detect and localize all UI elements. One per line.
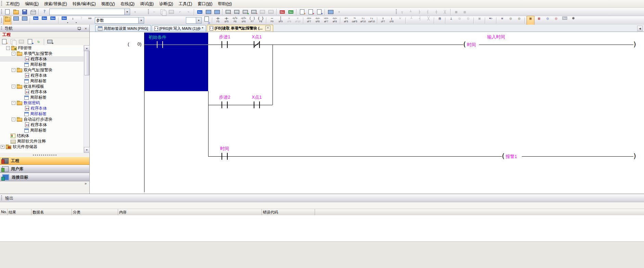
device-comment-3-button[interactable]: Dev: [49, 16, 57, 25]
print-button[interactable]: [29, 8, 37, 16]
paste-button[interactable]: [167, 8, 175, 16]
tree-item-结构体[interactable]: 结构体: [0, 133, 84, 138]
inline-st-box-button[interactable]: ▤: [436, 16, 444, 25]
tree-item-数据密码[interactable]: -数据密码: [0, 100, 84, 106]
menu-grip[interactable]: [1, 1, 2, 7]
menu-item-E[interactable]: 编辑(E): [22, 0, 41, 8]
zoom-selector-combo[interactable]: ▼: [186, 17, 202, 24]
comment-edit-mode-button[interactable]: ▧: [535, 16, 543, 25]
menu-item-T[interactable]: 工具(T): [176, 0, 195, 8]
statement-list-button[interactable]: ≡: [498, 16, 506, 25]
ladder-selection-block[interactable]: 初始条件: [144, 33, 208, 91]
system-monitor-button[interactable]: [267, 8, 275, 16]
panel-splitter[interactable]: [0, 154, 89, 156]
open-contact-button[interactable]: ⊣⊢F5: [214, 16, 222, 25]
chevron-down-icon[interactable]: ▼: [138, 17, 144, 23]
rising-falling-2-button[interactable]: ↑↓caF10: [368, 16, 376, 25]
tree-item-程序本体[interactable]: 程序本体: [0, 89, 84, 95]
edit-line-button[interactable]: ┼: [432, 8, 440, 16]
expand-icon[interactable]: +: [1, 145, 4, 149]
menu-item-O[interactable]: 在线(O): [118, 0, 137, 8]
read-from-plc-button[interactable]: ←: [233, 8, 241, 16]
tab-[PRG]R 写入 MAIN (1)步 *[interactable]: [PRG]R 写入 MAIN (1)步 *: [152, 25, 206, 32]
tree-item-局部标签[interactable]: 局部标签: [0, 95, 84, 100]
statement-block-button[interactable]: ▣: [476, 16, 483, 25]
find-button[interactable]: ⊙⊙: [86, 16, 94, 25]
tree-item-局部标签[interactable]: 局部标签: [0, 111, 84, 117]
tree-item-FB管理[interactable]: -FB管理: [0, 45, 84, 51]
edit-block-1-button[interactable]: ▦: [452, 8, 460, 16]
tree-scrollbar[interactable]: ▲ ▼: [84, 45, 89, 153]
closed-branch-button[interactable]: ⊣/⊢sF6: [240, 16, 248, 25]
edit-comment-button[interactable]: ⊥: [447, 16, 455, 25]
cut-button[interactable]: ✂: [150, 8, 158, 16]
tree-item-收送料模板[interactable]: -收送料模板: [0, 84, 84, 89]
edit-horizontal-button[interactable]: ┤: [416, 16, 424, 25]
chevron-icon[interactable]: »: [85, 181, 89, 185]
output-table-body[interactable]: [0, 215, 644, 242]
new-data-button[interactable]: +: [0, 38, 8, 46]
edit-vertical-button[interactable]: ┴: [407, 16, 415, 25]
navigation-grip[interactable]: [1, 26, 2, 31]
remote-operation-button[interactable]: ▪: [250, 8, 258, 16]
open-branch-button[interactable]: ⊣⊢sF5: [223, 16, 230, 25]
tree-item-软元件存储器[interactable]: +软元件存储器: [0, 144, 84, 149]
tree-item-局部标签[interactable]: 局部标签: [0, 78, 84, 84]
device-comment-2-button[interactable]: Dev: [40, 16, 48, 25]
edit-zoom-button[interactable]: ◎: [552, 16, 560, 25]
nav-button-工程[interactable]: 工程: [0, 157, 89, 165]
paste-data-button[interactable]: [17, 38, 25, 46]
menu-item-F[interactable]: 搜索/替换(F): [41, 0, 70, 8]
falling-pulse-button[interactable]: ⊣↓⊢sF8: [314, 16, 321, 25]
toolbar1-grip[interactable]: [148, 9, 149, 15]
monitor-mode-button[interactable]: [204, 8, 212, 16]
window-list-button[interactable]: ▾: [131, 8, 139, 16]
delete-column-button[interactable]: ┤: [424, 8, 432, 16]
scroll-down-icon[interactable]: ▼: [84, 147, 90, 153]
menu-item-W[interactable]: 窗口(W): [195, 0, 215, 8]
tab-scroll-left-button[interactable]: ◀: [637, 26, 643, 31]
toolbar1-grip[interactable]: [396, 9, 397, 15]
bookmark-jump-3-button[interactable]: ▸: [315, 8, 323, 16]
chevron-down-icon[interactable]: ▼: [124, 9, 130, 15]
tree-item-局部标签[interactable]: 局部标签: [0, 127, 84, 133]
menu-item-P[interactable]: 工程(P): [3, 0, 22, 8]
tab-局部标签设置 MAIN [PRG][interactable]: 局部标签设置 MAIN [PRG]: [95, 25, 151, 32]
vertical-line-button[interactable]: │sF9: [277, 16, 285, 25]
collapse-icon[interactable]: -: [12, 85, 15, 88]
bookmark-jump-2-button[interactable]: ▸: [307, 8, 315, 16]
tree-item-局部软元件注释[interactable]: 局部软元件注释: [0, 138, 84, 144]
device-test-red-button[interactable]: Dev: [278, 8, 286, 16]
help-context-button[interactable]: ?: [77, 16, 85, 25]
tree-item-程序本体[interactable]: 程序本体: [0, 56, 84, 62]
scroll-up-icon[interactable]: ▲: [84, 45, 90, 51]
collapse-icon[interactable]: -: [12, 118, 15, 121]
data-property-button[interactable]: ●: [26, 38, 34, 46]
up-conversion-button[interactable]: ↑cF7: [379, 16, 387, 25]
pulse-conversion-button[interactable]: ¬caF5: [351, 16, 358, 25]
device-comment-1-button[interactable]: Dev: [32, 16, 40, 25]
application-instruction-button[interactable]: { }F8: [257, 16, 265, 25]
read-mode-search-2-button[interactable]: ◎: [464, 16, 472, 25]
tab-[FB]读取 单项气缸报警块 (...[interactable]: [FB]读取 单项气缸报警块 (...×: [207, 25, 273, 32]
target-selector-combo[interactable]: 参数▼: [95, 17, 144, 24]
tree-item-自动运行步进块[interactable]: -自动运行步进块: [0, 117, 84, 122]
closed-contact-button[interactable]: ⊣/⊢F6: [231, 16, 239, 25]
find-contact-coil-1-button[interactable]: ◎: [507, 16, 515, 25]
device-test-green-button[interactable]: Dev: [287, 8, 295, 16]
tree-item-双向气缸报警块[interactable]: -双向气缸报警块: [0, 67, 84, 73]
close-icon[interactable]: ×: [83, 26, 89, 31]
trace-line-button[interactable]: ╳: [425, 16, 432, 25]
window-view-button[interactable]: [21, 16, 28, 25]
copy-button[interactable]: [159, 8, 167, 16]
output-grip[interactable]: [1, 195, 2, 201]
coil-button[interactable]: ( )F7: [248, 16, 256, 25]
invert-result-button[interactable]: ⊣¬aF5: [342, 16, 350, 25]
undo-button[interactable]: ↶: [176, 8, 184, 16]
help-button[interactable]: ?: [40, 8, 48, 16]
rising-falling-1-button[interactable]: ↑↓aF10: [359, 16, 367, 25]
menu-item-V[interactable]: 视图(V): [99, 0, 118, 8]
tree-item-程序本体[interactable]: 程序本体: [0, 73, 84, 78]
insert-column-button[interactable]: ├: [415, 8, 423, 16]
toolbar1-grip[interactable]: [1, 9, 2, 15]
